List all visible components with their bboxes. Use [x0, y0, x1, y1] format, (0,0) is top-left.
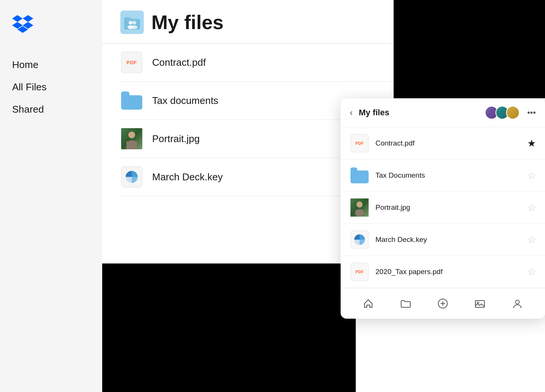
sidebar-item-home[interactable]: Home [12, 57, 90, 72]
svg-point-13 [128, 132, 135, 138]
panel-nav-folder-button[interactable] [397, 294, 415, 313]
portrait-thumbnail [121, 128, 142, 149]
panel-file-name: Tax Documents [375, 171, 521, 180]
header-left: My files [120, 11, 224, 34]
panel-avatar-3 [506, 106, 520, 119]
main-content: My files 🔔 3 PDF Cont [102, 0, 545, 392]
panel-pdf-icon: PDF [350, 263, 369, 281]
panel-file-row[interactable]: PDF 2020_Tax papers.pdf ☆ [341, 256, 545, 288]
panel-file-icon [350, 230, 369, 249]
panel-star-button[interactable]: ★ [527, 138, 536, 149]
pdf-icon: PDF [121, 52, 142, 73]
panel-more-button[interactable]: ••• [527, 108, 536, 118]
folder-icon [121, 91, 142, 110]
svg-point-19 [357, 201, 363, 208]
panel-file-icon [350, 198, 369, 217]
panel-file-row[interactable]: March Deck.key ☆ [341, 224, 545, 256]
panel-folder-icon [350, 167, 369, 183]
svg-point-7 [129, 21, 132, 25]
portrait-person-icon [121, 128, 142, 149]
panel-pie-chart-icon [353, 234, 366, 246]
panel-nav-photos-button[interactable] [471, 294, 489, 313]
pie-chart-icon [125, 170, 139, 184]
panel-file-row[interactable]: Portrait.jpg ☆ [341, 192, 545, 224]
panel-nav-add-button[interactable] [434, 294, 452, 313]
file-icon-wrap [120, 166, 143, 188]
svg-rect-15 [126, 141, 137, 149]
panel-keynote-icon [350, 231, 369, 249]
dropbox-logo-icon [12, 15, 33, 33]
panel-file-name: Portrait.jpg [375, 203, 521, 212]
panel-nav-profile-button[interactable] [508, 294, 526, 313]
panel-file-icon [350, 166, 369, 185]
panel-file-icon: PDF [350, 133, 369, 153]
page-title: My files [151, 11, 224, 34]
svg-point-9 [132, 21, 136, 25]
svg-marker-0 [12, 15, 23, 22]
panel-file-icon: PDF [350, 262, 369, 282]
panel-portrait-thumbnail [350, 198, 369, 217]
home-icon [363, 298, 374, 309]
panel-pdf-label: PDF [355, 141, 364, 146]
svg-point-10 [131, 25, 137, 29]
panel-pdf-label: PDF [355, 270, 364, 274]
plus-icon [438, 298, 448, 309]
sidebar: Home All Files Shared [0, 0, 102, 392]
file-icon-wrap [120, 89, 143, 112]
panel-star-button[interactable]: ☆ [527, 202, 536, 214]
panel-star-button[interactable]: ☆ [527, 266, 536, 278]
panel-header: ‹ My files ••• [341, 98, 545, 127]
black-overlay-bottom [102, 263, 356, 392]
pdf-label: PDF [126, 60, 137, 65]
file-icon-wrap: PDF [120, 51, 143, 74]
panel-star-button[interactable]: ☆ [527, 234, 536, 246]
folder-people-icon [124, 15, 140, 29]
keynote-icon [121, 166, 142, 187]
panel-avatars [485, 106, 520, 119]
sidebar-nav: Home All Files Shared [12, 57, 90, 124]
panel-file-row[interactable]: Tax Documents ☆ [341, 160, 545, 192]
svg-marker-1 [23, 15, 33, 22]
panel-title: My files [359, 108, 480, 118]
dropbox-logo-area[interactable] [12, 15, 90, 35]
panel-file-name: March Deck.key [375, 236, 521, 244]
mobile-panel: ‹ My files ••• PDF Contract.pdf ★ [341, 98, 545, 319]
svg-point-20 [355, 209, 364, 217]
file-icon-wrap [120, 127, 143, 150]
folder-icon [400, 298, 411, 309]
svg-point-27 [515, 300, 519, 304]
svg-rect-6 [124, 17, 131, 21]
photo-icon [475, 298, 485, 309]
panel-nav-home-button[interactable] [359, 294, 377, 313]
shared-folder-icon [120, 11, 144, 34]
black-overlay-top [394, 0, 545, 98]
panel-file-row[interactable]: PDF Contract.pdf ★ [341, 127, 545, 160]
panel-pdf-icon: PDF [350, 134, 369, 152]
sidebar-item-shared[interactable]: Shared [12, 102, 90, 117]
panel-bottom-nav [341, 288, 545, 319]
sidebar-item-all-files[interactable]: All Files [12, 80, 90, 95]
panel-file-name: 2020_Tax papers.pdf [375, 268, 521, 276]
panel-back-button[interactable]: ‹ [350, 107, 353, 118]
person-icon [512, 298, 523, 309]
panel-star-button[interactable]: ☆ [527, 170, 536, 181]
panel-portrait-icon [350, 198, 369, 217]
panel-file-name: Contract.pdf [375, 139, 521, 147]
